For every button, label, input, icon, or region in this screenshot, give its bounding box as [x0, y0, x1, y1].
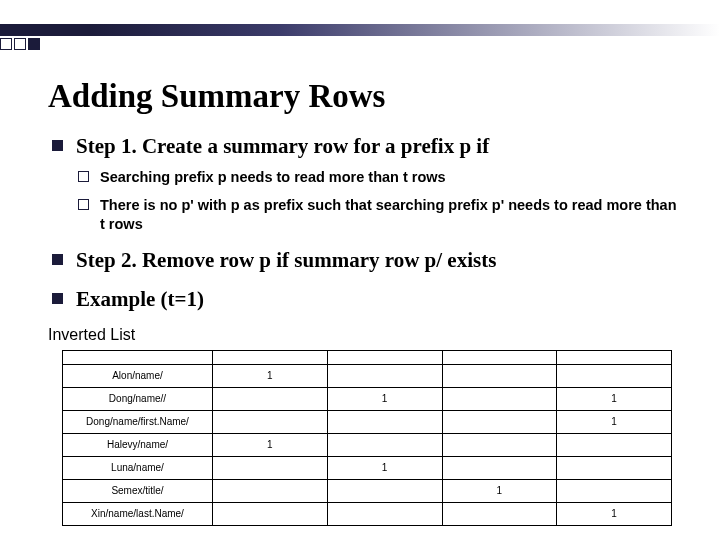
- cell: [213, 410, 328, 433]
- table-row: Dong/name/first.Name/ 1: [63, 410, 672, 433]
- sub-item: There is no p' with p as prefix such tha…: [76, 196, 684, 235]
- row-label: Alon/name/: [63, 364, 213, 387]
- cell: [213, 479, 328, 502]
- cell: 1: [557, 410, 672, 433]
- bullet-item: Example (t=1): [48, 286, 684, 313]
- accent-bar: [0, 24, 720, 36]
- header-cell: [213, 350, 328, 364]
- table-row: Alon/name/ 1: [63, 364, 672, 387]
- cell: 1: [327, 456, 442, 479]
- table-row: Dong/name// 1 1: [63, 387, 672, 410]
- sub-item: Searching prefix p needs to read more th…: [76, 168, 684, 188]
- header-cell: [442, 350, 557, 364]
- cell: 1: [557, 387, 672, 410]
- row-label: Semex/title/: [63, 479, 213, 502]
- cell: [327, 433, 442, 456]
- accent-dark: [0, 24, 90, 36]
- bullet-item: Step 2. Remove row p if summary row p/ e…: [48, 247, 684, 274]
- square-icon: [28, 38, 40, 50]
- square-icon: [14, 38, 26, 50]
- accent-squares: [0, 38, 42, 50]
- header-cell: [63, 350, 213, 364]
- page-title: Adding Summary Rows: [48, 78, 684, 115]
- cell: [442, 387, 557, 410]
- sub-list: Searching prefix p needs to read more th…: [76, 168, 684, 235]
- cell: [327, 410, 442, 433]
- cell: [442, 410, 557, 433]
- cell: [213, 387, 328, 410]
- square-icon: [0, 38, 12, 50]
- row-label: Luna/name/: [63, 456, 213, 479]
- bullet-text: Step 1. Create a summary row for a prefi…: [76, 134, 489, 158]
- bullet-list: Step 1. Create a summary row for a prefi…: [48, 133, 684, 314]
- cell: [442, 456, 557, 479]
- cell: [442, 433, 557, 456]
- cell: 1: [442, 479, 557, 502]
- table-row: Xin/name/last.Name/ 1: [63, 502, 672, 525]
- header-cell: [327, 350, 442, 364]
- cell: [557, 364, 672, 387]
- table-header-row: [63, 350, 672, 364]
- table-row: Halevy/name/ 1: [63, 433, 672, 456]
- cell: 1: [213, 433, 328, 456]
- header-cell: [557, 350, 672, 364]
- table-wrap: Alon/name/ 1 Dong/name// 1 1 Dong/name/f…: [62, 350, 684, 526]
- cell: [213, 456, 328, 479]
- slide: Adding Summary Rows Step 1. Create a sum…: [0, 0, 720, 540]
- cell: 1: [213, 364, 328, 387]
- table-label: Inverted List: [48, 326, 684, 344]
- cell: [442, 364, 557, 387]
- cell: [213, 502, 328, 525]
- content-area: Adding Summary Rows Step 1. Create a sum…: [48, 78, 684, 526]
- cell: [442, 502, 557, 525]
- cell: [557, 479, 672, 502]
- cell: 1: [327, 387, 442, 410]
- table-row: Semex/title/ 1: [63, 479, 672, 502]
- cell: [557, 456, 672, 479]
- cell: 1: [557, 502, 672, 525]
- row-label: Halevy/name/: [63, 433, 213, 456]
- cell: [557, 433, 672, 456]
- table-row: Luna/name/ 1: [63, 456, 672, 479]
- cell: [327, 502, 442, 525]
- accent-fade: [90, 24, 720, 36]
- cell: [327, 479, 442, 502]
- cell: [327, 364, 442, 387]
- bullet-item: Step 1. Create a summary row for a prefi…: [48, 133, 684, 235]
- inverted-list-table: Alon/name/ 1 Dong/name// 1 1 Dong/name/f…: [62, 350, 672, 526]
- row-label: Xin/name/last.Name/: [63, 502, 213, 525]
- row-label: Dong/name//: [63, 387, 213, 410]
- row-label: Dong/name/first.Name/: [63, 410, 213, 433]
